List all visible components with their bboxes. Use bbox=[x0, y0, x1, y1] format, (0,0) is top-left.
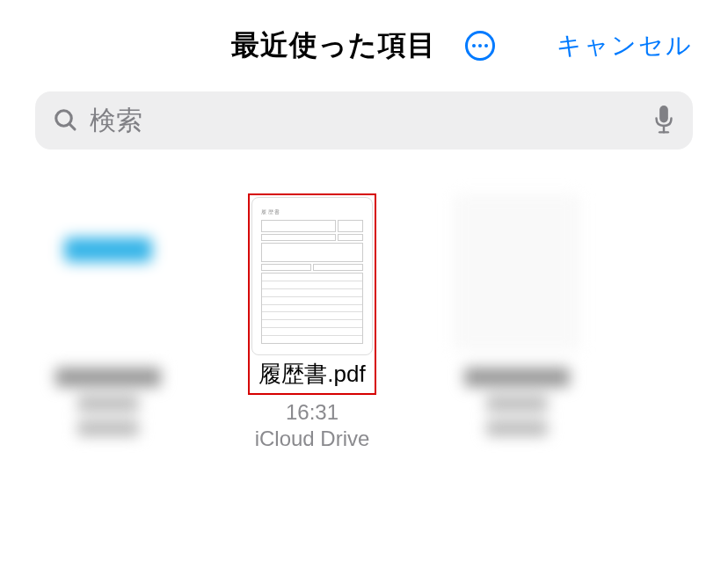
page-title: 最近使った項目 bbox=[231, 26, 436, 65]
svg-rect-2 bbox=[659, 106, 668, 122]
file-timestamp: 16:31 bbox=[286, 400, 339, 425]
header: 最近使った項目 キャンセル bbox=[0, 0, 728, 83]
file-picker-modal: 最近使った項目 キャンセル bbox=[0, 0, 728, 569]
file-meta-blurred bbox=[77, 420, 139, 436]
file-meta-blurred bbox=[486, 420, 548, 436]
file-thumbnail bbox=[44, 193, 171, 352]
file-item-blurred[interactable] bbox=[453, 193, 580, 451]
document-thumbnail: 履 歴 書 bbox=[251, 197, 373, 355]
svg-line-1 bbox=[69, 124, 75, 129]
file-name: 履歴書.pdf bbox=[251, 357, 373, 391]
search-icon bbox=[53, 107, 79, 134]
file-item-blurred[interactable] bbox=[44, 193, 171, 451]
ellipsis-circle-icon bbox=[465, 31, 495, 61]
file-name-blurred bbox=[55, 368, 161, 387]
file-item-selected[interactable]: 履 歴 書 bbox=[242, 193, 382, 451]
more-button[interactable] bbox=[462, 28, 498, 63]
file-meta-blurred bbox=[486, 396, 548, 412]
cancel-button[interactable]: キャンセル bbox=[557, 29, 693, 62]
file-location: iCloud Drive bbox=[255, 427, 370, 451]
search-bar[interactable] bbox=[35, 91, 693, 150]
search-input[interactable] bbox=[90, 106, 652, 135]
selection-highlight: 履 歴 書 bbox=[248, 193, 376, 395]
microphone-icon[interactable] bbox=[652, 106, 675, 135]
file-name-blurred bbox=[464, 368, 570, 387]
files-grid: 履 歴 書 bbox=[0, 176, 728, 469]
file-thumbnail bbox=[453, 193, 580, 352]
file-meta-blurred bbox=[77, 396, 139, 412]
